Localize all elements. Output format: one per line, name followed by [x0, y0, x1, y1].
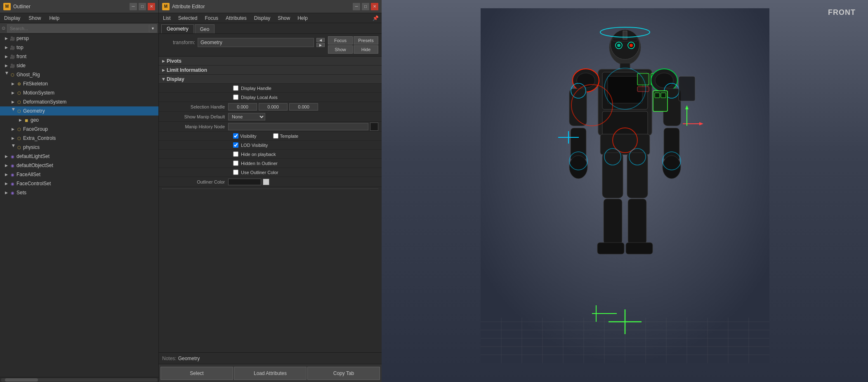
attr-menu-selected[interactable]: Selected — [177, 14, 199, 22]
dotted-separator — [162, 189, 378, 189]
outliner-menu-display[interactable]: Display — [2, 14, 22, 22]
tree-item-front[interactable]: ▶ 🎥 front — [0, 52, 158, 61]
attr-menu-focus[interactable]: Focus — [203, 14, 220, 22]
expand-deformationsystem[interactable]: ▶ — [10, 99, 16, 105]
tree-item-persp[interactable]: ▶ 🎥 persp — [0, 34, 158, 43]
expand-sets[interactable]: ▶ — [3, 190, 9, 196]
use-outliner-color-row: Use Outliner Color — [159, 168, 382, 177]
tree-item-deformationsystem[interactable]: ▶ ⬡ DeformationSystem — [0, 97, 158, 106]
tree-item-ghostrig[interactable]: ▶ ⬡ Ghost_Rig — [0, 70, 158, 79]
expand-extracontrols[interactable]: ▶ — [10, 135, 16, 141]
focus-button[interactable]: Focus — [328, 36, 353, 45]
attr-editor-titlebar: M Attribute Editor ─ □ ✕ — [159, 0, 382, 13]
tree-item-top[interactable]: ▶ 🎥 top — [0, 43, 158, 52]
hide-playback-checkbox[interactable] — [233, 151, 238, 157]
outliner-menu-help[interactable]: Help — [47, 14, 61, 22]
show-manip-dropdown[interactable]: None Translate Rotate Scale — [228, 113, 265, 120]
expand-geometry[interactable]: ▶ — [10, 108, 16, 114]
extracontrols-icon: ⬡ — [16, 135, 22, 141]
template-checkbox[interactable] — [273, 133, 278, 139]
tree-label-deformationsystem: DeformationSystem — [23, 99, 66, 105]
hide-button[interactable]: Hide — [354, 45, 378, 54]
manip-color-button[interactable] — [370, 123, 378, 131]
tree-item-motionsystem[interactable]: ▶ ⬡ MotionSystem — [0, 88, 158, 97]
expand-ghostrig[interactable]: ▶ — [3, 72, 9, 78]
tree-item-fitskeleton[interactable]: ▶ ⚙ FitSkeleton — [0, 79, 158, 88]
outliner-minimize-btn[interactable]: ─ — [130, 3, 137, 10]
outliner-search-input[interactable] — [7, 24, 149, 33]
camera-icon-top: 🎥 — [9, 44, 16, 51]
svg-rect-53 — [597, 243, 624, 254]
outliner-menu-show[interactable]: Show — [27, 14, 42, 22]
expand-top[interactable]: ▶ — [3, 45, 9, 50]
outliner-horizontal-scrollbar[interactable] — [0, 377, 158, 382]
sel-x-field[interactable] — [228, 103, 257, 111]
tree-item-faceallset[interactable]: ▶ ◉ FaceAllSet — [0, 170, 158, 179]
sel-y-field[interactable] — [259, 103, 288, 111]
attr-menu-display[interactable]: Display — [252, 14, 272, 22]
tree-item-facecontrolset[interactable]: ▶ ◉ FaceControlSet — [0, 179, 158, 188]
expand-defaultobjectset[interactable]: ▶ — [3, 163, 9, 168]
visibility-checkbox[interactable] — [233, 133, 238, 139]
expand-physics[interactable]: ▶ — [10, 144, 16, 150]
attr-editor-minimize-btn[interactable]: ─ — [353, 3, 360, 10]
expand-side[interactable]: ▶ — [3, 63, 9, 68]
presets-button[interactable]: Presets — [354, 36, 378, 45]
expand-persp[interactable]: ▶ — [3, 35, 9, 41]
expand-geo[interactable]: ▶ — [17, 117, 23, 123]
focus-presets-group: Focus Presets Show Hide — [328, 36, 378, 54]
h-scroll-track[interactable] — [1, 378, 158, 382]
attr-menu-list[interactable]: List — [161, 14, 172, 22]
pivots-arrow: ▶ — [162, 59, 165, 63]
display-handle-checkbox[interactable] — [233, 85, 238, 91]
sel-z-field[interactable] — [289, 103, 318, 111]
pin-button[interactable]: 📌 — [372, 14, 379, 22]
attr-editor-close-btn[interactable]: ✕ — [371, 3, 378, 10]
attr-menu-help[interactable]: Help — [296, 14, 309, 22]
use-outliner-color-checkbox[interactable] — [233, 170, 238, 175]
tree-item-defaultlightset[interactable]: ▶ ◉ defaultLightSet — [0, 152, 158, 161]
copy-tab-button[interactable]: Copy Tab — [307, 367, 380, 380]
tree-item-extracontrols[interactable]: ▶ ⬡ Extra_Controls — [0, 134, 158, 143]
tree-item-defaultobjectset[interactable]: ▶ ◉ defaultObjectSet — [0, 161, 158, 170]
outliner-close-btn[interactable]: ✕ — [148, 3, 155, 10]
show-button[interactable]: Show — [328, 45, 353, 54]
attr-editor-maximize-btn[interactable]: □ — [362, 3, 369, 10]
template-group: Template — [273, 133, 299, 139]
h-scroll-thumb[interactable] — [5, 378, 38, 382]
expand-motionsystem[interactable]: ▶ — [10, 90, 16, 96]
tree-item-sets[interactable]: ▶ ◉ Sets — [0, 188, 158, 197]
transform-input[interactable] — [198, 38, 314, 47]
expand-fitskeleton[interactable]: ▶ — [10, 81, 16, 87]
attr-content-area: ▶ Pivots ▶ Limit Information ▶ Display D… — [159, 57, 382, 352]
expand-facegroup[interactable]: ▶ — [10, 126, 16, 132]
display-localaxis-checkbox[interactable] — [233, 94, 238, 100]
transform-arrow-up[interactable]: ◀ — [316, 38, 325, 42]
manip-history-input[interactable] — [228, 123, 368, 130]
select-button[interactable]: Select — [160, 367, 233, 380]
section-display[interactable]: ▶ Display — [159, 75, 382, 84]
expand-faceallset[interactable]: ▶ — [3, 172, 9, 177]
tree-item-facegroup[interactable]: ▶ ⬡ FaceGroup — [0, 125, 158, 134]
attr-menu-show[interactable]: Show — [276, 14, 292, 22]
transform-arrow-down[interactable]: ▶ — [316, 43, 325, 47]
tree-item-geo[interactable]: ▶ ◼ geo — [0, 116, 158, 125]
sets-icon: ◉ — [9, 189, 16, 196]
tree-item-side[interactable]: ▶ 🎥 side — [0, 61, 158, 70]
search-dropdown-arrow[interactable]: ▼ — [149, 24, 157, 33]
expand-defaultlightset[interactable]: ▶ — [3, 153, 9, 159]
section-limit-info[interactable]: ▶ Limit Information — [159, 66, 382, 75]
hidden-outliner-checkbox[interactable] — [233, 160, 238, 166]
tree-item-physics[interactable]: ▶ ⬡ physics — [0, 143, 158, 152]
attr-menu-attributes[interactable]: Attributes — [224, 14, 248, 22]
expand-facecontrolset[interactable]: ▶ — [3, 181, 9, 186]
load-attributes-button[interactable]: Load Attributes — [234, 367, 307, 380]
outliner-maximize-btn[interactable]: □ — [139, 3, 146, 10]
tab-geo[interactable]: Geo — [195, 24, 215, 33]
tree-item-geometry[interactable]: ▶ ⬡ Geometry — [0, 106, 158, 116]
lod-visibility-checkbox[interactable] — [233, 142, 238, 148]
tab-geometry[interactable]: Geometry — [161, 24, 194, 33]
expand-front[interactable]: ▶ — [3, 54, 9, 59]
svg-rect-49 — [600, 134, 650, 155]
section-pivots[interactable]: ▶ Pivots — [159, 57, 382, 66]
